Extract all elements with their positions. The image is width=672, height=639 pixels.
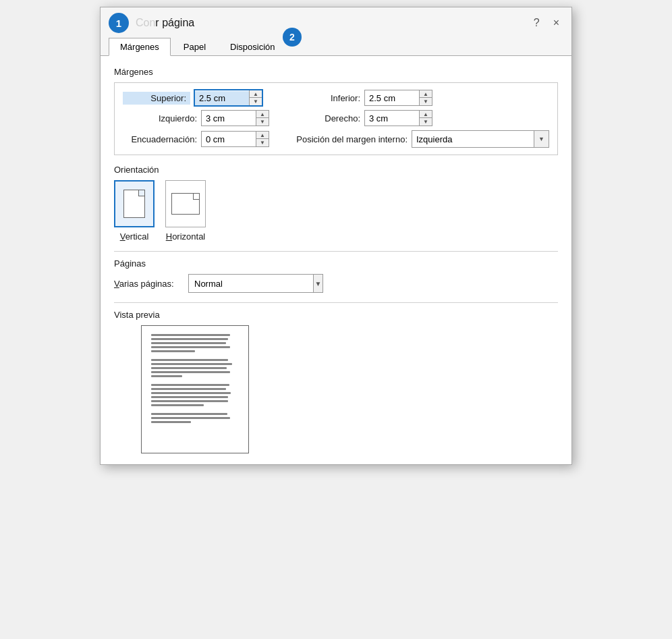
preview-line-10 <box>151 375 182 377</box>
varias-underline: V <box>114 279 119 289</box>
derecho-label: Derecho: <box>286 113 360 123</box>
title-hidden-part: Con <box>136 17 155 28</box>
preview-line-11 <box>151 384 229 386</box>
posicion-label: Posición del margen interno: <box>286 134 408 144</box>
orientation-horizontal[interactable]: Horizontal <box>165 180 206 242</box>
varias-dropdown-container[interactable]: ▼ <box>188 274 323 293</box>
horizontal-underline: H <box>166 231 172 242</box>
close-button[interactable]: × <box>549 16 563 30</box>
inferior-spinner[interactable]: ▲ ▼ <box>364 90 432 106</box>
step-badge-2: 2 <box>283 28 302 47</box>
tabs-bar: Márgenes Papel Disposición 2 <box>101 33 571 55</box>
encuadernacion-row: Encuadernación: ▲ ▼ <box>123 130 273 148</box>
preview-line-14 <box>151 396 228 398</box>
margins-grid: Superior: ▲ ▼ Inferior: <box>123 90 549 148</box>
inferior-input[interactable] <box>365 91 419 105</box>
superior-down-button[interactable]: ▼ <box>250 98 262 105</box>
divider-2 <box>114 302 558 303</box>
preview-line-19 <box>151 421 191 423</box>
superior-spinner[interactable]: ▲ ▼ <box>194 90 262 106</box>
preview-line-5 <box>151 350 195 352</box>
inferior-label: Inferior: <box>286 93 360 103</box>
encuadernacion-label: Encuadernación: <box>123 134 197 144</box>
izquierdo-row: Izquierdo: ▲ ▼ <box>123 110 273 126</box>
preview-line-6 <box>151 359 228 361</box>
superior-label: Superior: <box>123 92 190 105</box>
inferior-arrows: ▲ ▼ <box>419 90 432 105</box>
derecho-arrows: ▲ ▼ <box>419 111 432 126</box>
preview-spacer-1 <box>151 354 239 357</box>
preview-line-16 <box>151 404 204 406</box>
tab-disposicion[interactable]: Disposición <box>219 38 286 56</box>
izquierdo-arrows: ▲ ▼ <box>256 111 269 126</box>
vertical-underline: V <box>120 231 125 242</box>
preview-box <box>141 325 249 453</box>
derecho-down-button[interactable]: ▼ <box>420 118 432 126</box>
encuadernacion-up-button[interactable]: ▲ <box>256 132 269 139</box>
izquierdo-up-button[interactable]: ▲ <box>256 111 269 118</box>
preview-line-13 <box>151 392 231 394</box>
orientacion-section: Orientación Vertical Horizontal <box>114 165 558 242</box>
preview-spacer-2 <box>151 379 239 382</box>
varias-dropdown-arrow-icon[interactable]: ▼ <box>313 275 323 292</box>
orientation-options: Vertical Horizontal <box>114 180 558 242</box>
portrait-page-icon <box>123 190 145 218</box>
preview-line-18 <box>151 417 230 419</box>
title-visible-part: r página <box>155 17 194 28</box>
preview-line-1 <box>151 334 230 336</box>
tab-margenes[interactable]: Márgenes <box>109 38 171 56</box>
preview-line-3 <box>151 342 226 344</box>
varias-select[interactable] <box>189 276 313 291</box>
preview-line-9 <box>151 371 230 373</box>
superior-row: Superior: ▲ ▼ <box>123 90 273 106</box>
preview-line-4 <box>151 346 230 348</box>
izquierdo-spinner[interactable]: ▲ ▼ <box>201 110 269 126</box>
superior-input[interactable] <box>195 91 249 105</box>
tab-papel[interactable]: Papel <box>172 38 217 56</box>
posicion-row: Posición del margen interno: ▼ <box>286 130 549 148</box>
help-button[interactable]: ? <box>530 16 544 30</box>
preview-line-17 <box>151 413 227 415</box>
horizontal-label: Horizontal <box>166 231 206 242</box>
divider-1 <box>114 251 558 252</box>
preview-line-15 <box>151 400 228 402</box>
horizontal-icon-box <box>165 180 206 227</box>
superior-arrows: ▲ ▼ <box>249 90 262 105</box>
encuadernacion-spinner[interactable]: ▲ ▼ <box>201 131 269 147</box>
varias-label: Varias páginas: <box>114 279 181 289</box>
dialog-title: Conr página <box>136 17 194 29</box>
vista-previa-section: Vista previa <box>114 310 558 453</box>
inferior-up-button[interactable]: ▲ <box>420 90 432 98</box>
vertical-label: Vertical <box>120 231 149 242</box>
tab-content: Márgenes Superior: ▲ ▼ Inferior: <box>101 55 571 464</box>
preview-spacer-3 <box>151 408 239 411</box>
derecho-input[interactable] <box>365 111 419 126</box>
izquierdo-input[interactable] <box>202 111 256 126</box>
derecho-spinner[interactable]: ▲ ▼ <box>364 110 432 126</box>
paginas-section: Páginas Varias páginas: ▼ <box>114 258 558 293</box>
margenes-section-title: Márgenes <box>114 67 558 77</box>
inferior-down-button[interactable]: ▼ <box>420 98 432 105</box>
izquierdo-label: Izquierdo: <box>123 113 197 123</box>
posicion-dropdown-arrow-icon[interactable]: ▼ <box>534 131 549 147</box>
margenes-section: Superior: ▲ ▼ Inferior: <box>114 82 558 155</box>
titlebar-controls: ? × <box>530 16 563 30</box>
derecho-up-button[interactable]: ▲ <box>420 111 432 118</box>
izquierdo-down-button[interactable]: ▼ <box>256 118 269 126</box>
superior-up-button[interactable]: ▲ <box>250 90 262 98</box>
dialog-window: 1 Conr página ? × Márgenes Papel Disposi… <box>100 7 572 465</box>
preview-line-7 <box>151 363 232 365</box>
titlebar: 1 Conr página ? × <box>101 7 571 33</box>
posicion-select[interactable] <box>412 132 534 146</box>
encuadernacion-arrows: ▲ ▼ <box>256 132 269 146</box>
vertical-icon-box <box>114 180 155 227</box>
encuadernacion-input[interactable] <box>202 132 256 146</box>
landscape-page-icon <box>171 193 200 215</box>
preview-line-2 <box>151 338 228 340</box>
preview-line-12 <box>151 388 226 390</box>
titlebar-left: 1 Conr página <box>109 13 194 33</box>
posicion-select-container[interactable]: ▼ <box>412 130 549 148</box>
encuadernacion-down-button[interactable]: ▼ <box>256 139 269 146</box>
step-badge-1: 1 <box>109 13 129 33</box>
orientation-vertical[interactable]: Vertical <box>114 180 155 242</box>
